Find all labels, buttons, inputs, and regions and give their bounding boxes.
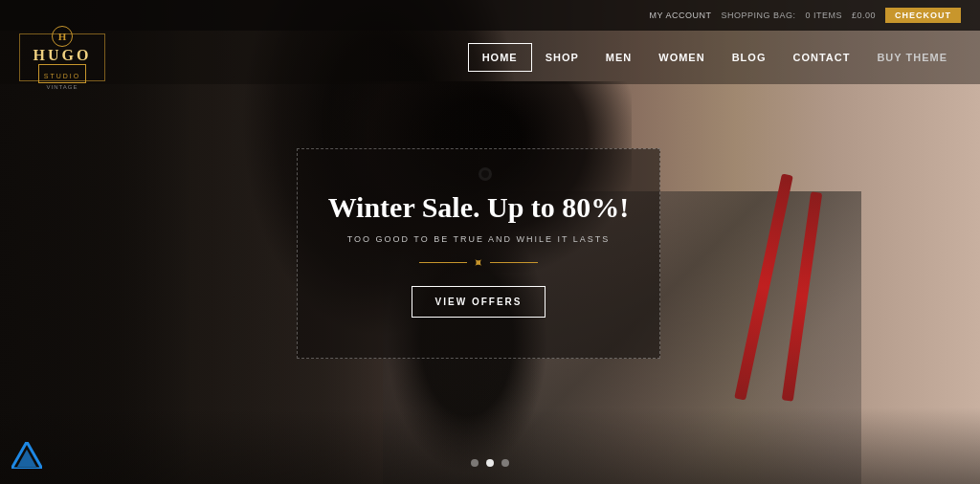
slide-indicators [471, 459, 509, 467]
watermark [11, 442, 42, 473]
logo-inner: H HUGO STUDIO VINTAGE [33, 26, 92, 90]
cart-price: £0.00 [852, 11, 876, 20]
nav-contact[interactable]: CONTACT [779, 44, 863, 71]
divider-diamond-icon: ✦ [469, 253, 488, 273]
nav-home[interactable]: HOME [468, 43, 532, 72]
nav-women[interactable]: WOMEN [645, 44, 718, 71]
nav-shop[interactable]: SHOP [532, 44, 592, 71]
nav-blog[interactable]: BLOG [719, 44, 780, 71]
logo-h-circle: H [52, 26, 73, 47]
view-offers-button[interactable]: VIEW OFFERS [412, 286, 546, 318]
logo-studio-box: STUDIO [38, 64, 86, 83]
logo-studio: STUDIO [44, 73, 80, 79]
hero-divider: ✦ [419, 255, 538, 271]
hero-content-box: Winter Sale. Up to 80%! TOO GOOD TO BE T… [297, 148, 660, 359]
hero-subtitle: TOO GOOD TO BE TRUE AND WHILE IT LASTS [347, 234, 611, 244]
navbar: H HUGO STUDIO VINTAGE HOME SHOP MEN WOME… [0, 31, 980, 84]
checkout-button[interactable]: CHECKOUT [885, 8, 961, 23]
slide-dot-1[interactable] [471, 459, 479, 467]
logo-vintage: VINTAGE [47, 84, 78, 90]
nav-links: HOME SHOP MEN WOMEN BLOG CONTACT BUY THE… [468, 43, 961, 72]
logo-brand: HUGO [33, 48, 92, 63]
nav-buy-theme[interactable]: BUY THEME [863, 44, 961, 71]
logo-letter: H [58, 31, 67, 42]
shopping-bag-label: SHOPPING BAG: [721, 11, 795, 20]
top-bar: MY ACCOUNT SHOPPING BAG: 0 ITEMS £0.00 C… [0, 0, 980, 31]
slide-dot-3[interactable] [501, 459, 509, 467]
hero-section: MY ACCOUNT SHOPPING BAG: 0 ITEMS £0.00 C… [0, 0, 980, 484]
items-count: 0 ITEMS [805, 11, 842, 20]
my-account-link[interactable]: MY ACCOUNT [650, 11, 712, 20]
slide-dot-2[interactable] [486, 459, 494, 467]
divider-line-left [419, 262, 467, 263]
divider-line-right [490, 262, 538, 263]
vuetify-icon [11, 442, 42, 469]
hero-title: Winter Sale. Up to 80%! [328, 190, 630, 225]
logo[interactable]: H HUGO STUDIO VINTAGE [19, 33, 105, 81]
bg-dark-bottom [0, 407, 980, 484]
nav-men[interactable]: MEN [592, 44, 645, 71]
